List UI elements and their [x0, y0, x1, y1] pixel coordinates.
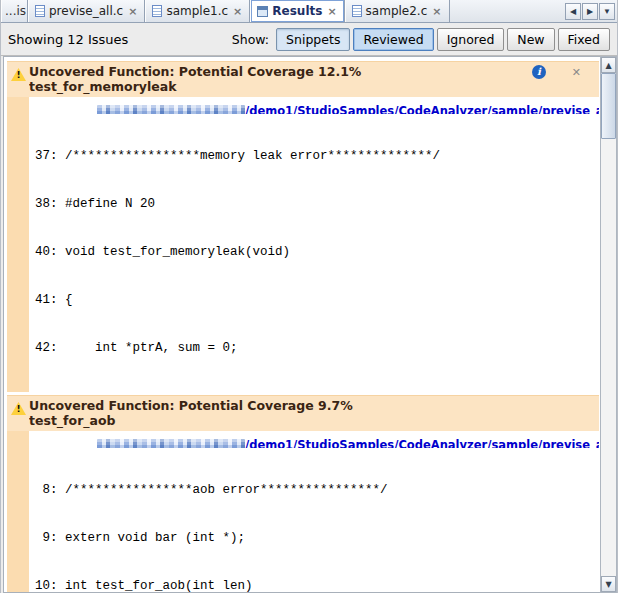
source-link-line: /demo1/StudioSamples/CodeAnalyzer/sample… [29, 431, 599, 448]
results-panel-window: ...is previse_all.c × sample1.c × Result… [0, 0, 618, 593]
issue-function: test_for_memoryleak [29, 79, 532, 94]
filter-fixed-button[interactable]: Fixed [558, 28, 610, 51]
tab-sample1[interactable]: sample1.c × [145, 0, 250, 22]
tab-label: sample2.c [366, 4, 428, 18]
issue-title: Uncovered Function: Potential Coverage 1… [29, 64, 532, 79]
scroll-up-icon[interactable]: ▲ [601, 57, 616, 73]
code-line: 40: void test_for_memoryleak(void) [35, 244, 599, 260]
show-label: Show: [232, 32, 269, 47]
tab-close-icon[interactable]: × [326, 6, 337, 17]
tab-label: ...is [5, 4, 26, 18]
issue-body: /demo1/StudioSamples/CodeAnalyzer/sample… [7, 431, 599, 593]
issue-detail: /demo1/StudioSamples/CodeAnalyzer/sample… [29, 431, 599, 593]
tab-label: sample1.c [166, 4, 228, 18]
issue-header[interactable]: ! Uncovered Function: Potential Coverage… [7, 395, 599, 431]
warning-bang: ! [11, 402, 26, 415]
issue-titles: Uncovered Function: Potential Coverage 1… [29, 64, 532, 94]
tab-list-dropdown-button[interactable]: ▼ [599, 3, 615, 20]
redacted-path-prefix [97, 105, 245, 114]
issue-card: ! Uncovered Function: Potential Coverage… [7, 61, 599, 392]
source-link-line: /demo1/StudioSamples/CodeAnalyzer/sample… [29, 97, 599, 114]
source-file-link[interactable]: /demo1/StudioSamples/CodeAnalyzer/sample… [245, 104, 599, 114]
filter-ignored-button[interactable]: Ignored [437, 28, 505, 51]
c-file-icon [352, 5, 362, 17]
issue-gutter [7, 97, 29, 392]
code-snippet: 37: /*****************memory leak error*… [29, 114, 599, 389]
code-line: 42: int *ptrA, sum = 0; [35, 340, 599, 356]
issue-body: /demo1/StudioSamples/CodeAnalyzer/sample… [7, 97, 599, 392]
tab-close-icon[interactable]: × [127, 6, 138, 17]
tab-close-icon[interactable]: × [232, 6, 243, 17]
scroll-tabs-left-button[interactable]: ◀ [565, 3, 581, 20]
tab-nav-controls: ◀ ▶ ▼ [563, 0, 617, 22]
results-icon [257, 6, 268, 17]
vertical-scrollbar[interactable]: ▲ ▼ [600, 56, 617, 593]
dismiss-issue-icon[interactable]: ✕ [572, 66, 581, 79]
code-line: 41: { [35, 292, 599, 308]
info-icon[interactable]: i [532, 65, 546, 79]
warning-bang: ! [11, 68, 26, 81]
tab-previse_all[interactable]: previse_all.c × [28, 0, 145, 22]
code-line: 8: /****************aob error***********… [35, 482, 599, 498]
scrollbar-thumb[interactable] [601, 73, 616, 139]
issue-titles: Uncovered Function: Potential Coverage 9… [29, 398, 595, 428]
c-file-icon [35, 5, 45, 17]
source-file-link[interactable]: /demo1/StudioSamples/CodeAnalyzer/sample… [245, 438, 599, 448]
code-line: 37: /*****************memory leak error*… [35, 148, 599, 164]
redacted-path-prefix [97, 439, 245, 448]
issue-list: ! Uncovered Function: Potential Coverage… [3, 56, 600, 593]
filter-new-button[interactable]: New [507, 28, 554, 51]
tab-label: previse_all.c [49, 4, 123, 18]
tab-sample2[interactable]: sample2.c × [345, 0, 450, 22]
issue-detail: /demo1/StudioSamples/CodeAnalyzer/sample… [29, 97, 599, 392]
issue-function: test_for_aob [29, 413, 595, 428]
results-main: ! Uncovered Function: Potential Coverage… [1, 56, 617, 593]
issue-header[interactable]: ! Uncovered Function: Potential Coverage… [7, 61, 599, 97]
issues-count-label: Showing 12 Issues [8, 32, 128, 47]
warning-icon: ! [7, 64, 29, 92]
code-line: 38: #define N 20 [35, 196, 599, 212]
issue-card: ! Uncovered Function: Potential Coverage… [7, 395, 599, 593]
warning-icon: ! [7, 398, 29, 426]
c-file-icon [152, 5, 162, 17]
tab-overflow[interactable]: ...is [1, 0, 28, 22]
issues-toolbar: Showing 12 Issues Show: Snippets Reviewe… [1, 23, 617, 56]
filter-reviewed-button[interactable]: Reviewed [353, 28, 433, 51]
issue-gutter [7, 431, 29, 593]
issue-title: Uncovered Function: Potential Coverage 9… [29, 398, 595, 413]
tab-label: Results [272, 4, 322, 18]
scrollbar-track[interactable] [601, 73, 616, 576]
scroll-tabs-right-button[interactable]: ▶ [582, 3, 598, 20]
tab-close-icon[interactable]: × [431, 6, 442, 17]
filter-group: Show: Snippets Reviewed Ignored New Fixe… [232, 28, 610, 51]
code-line: 9: extern void bar (int *); [35, 530, 599, 546]
tab-results[interactable]: Results × [250, 0, 344, 22]
code-line: 10: int test_for_aob(int len) [35, 578, 599, 593]
filter-snippets-button[interactable]: Snippets [276, 28, 350, 51]
code-snippet: 8: /****************aob error***********… [29, 448, 599, 593]
tab-bar: ...is previse_all.c × sample1.c × Result… [1, 0, 617, 23]
scroll-down-icon[interactable]: ▼ [601, 576, 616, 592]
issue-actions: i ✕ [532, 64, 595, 79]
